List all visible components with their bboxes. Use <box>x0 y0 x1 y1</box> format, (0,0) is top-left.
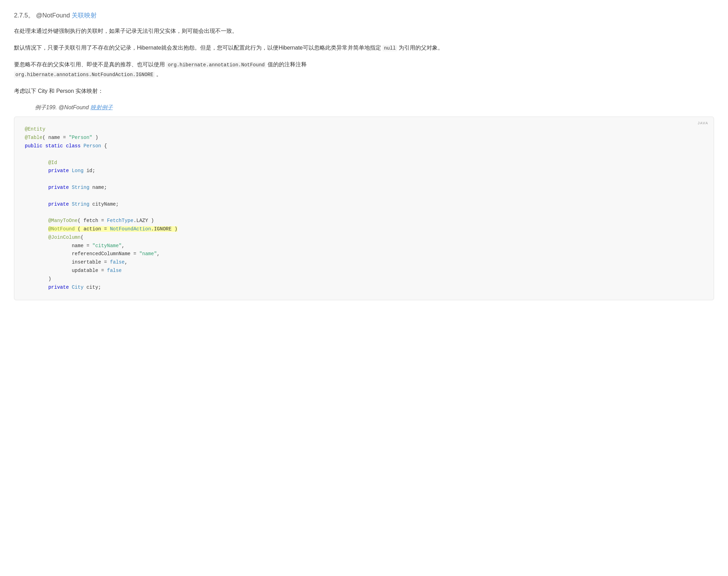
code-block-container: JAVA @Entity @Table( name = "Person" ) p… <box>14 117 714 300</box>
example-link[interactable]: 映射例子 <box>90 104 113 110</box>
example-number: 例子199. <box>35 104 57 110</box>
section-annotation: @NotFound <box>36 12 70 19</box>
paragraph-1: 在处理未通过外键强制执行的关联时，如果子记录无法引用父实体，则可能会出现不一致。 <box>14 26 714 36</box>
example-label: 例子199. @NotFound 映射例子 <box>35 103 714 112</box>
section-version: 2.7.5 <box>14 12 28 19</box>
inline-code-notfound: org.hibernate.annotation.NotFound <box>166 62 266 68</box>
inline-code-ignore: org.hibernate.annotations.NotFoundAction… <box>14 72 155 78</box>
paragraph-4: 考虑以下 City 和 Person 实体映射： <box>14 86 714 96</box>
inline-code-null: null <box>383 45 397 51</box>
code-lang-label: JAVA <box>698 120 708 127</box>
section-link[interactable]: 关联映射 <box>72 12 97 19</box>
paragraph-3: 要忽略不存在的父实体引用、即使不是真的推荐、也可以使用 org.hibernat… <box>14 60 714 79</box>
code-block: @Entity @Table( name = "Person" ) public… <box>25 125 703 291</box>
paragraph-2: 默认情况下，只要子关联引用了不存在的父记录，Hibernate就会发出抱怨。但是… <box>14 43 714 53</box>
section-title: 2.7.5。 @NotFound 关联映射 <box>14 10 714 21</box>
example-annotation: @NotFound <box>59 104 89 110</box>
